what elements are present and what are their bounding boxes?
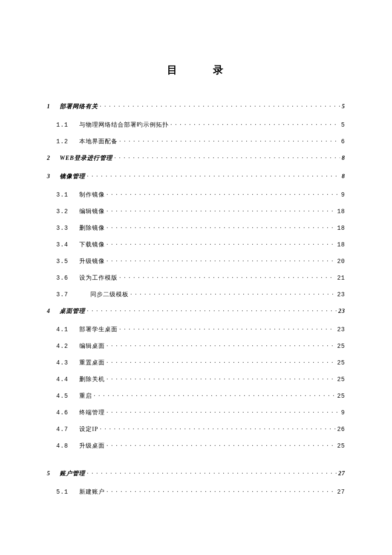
toc-entry-page: 6 xyxy=(341,138,345,145)
toc-entry: 3.5升级镜像20 xyxy=(47,257,345,265)
toc-entry-label: 升级桌面 xyxy=(78,442,105,450)
toc-entry-page: 27 xyxy=(337,489,345,495)
toc-entry: 1.2本地界面配备6 xyxy=(47,137,345,145)
toc-entry: 5.1新建账户27 xyxy=(47,488,345,496)
toc-entry-label: 设定IP xyxy=(78,425,98,433)
toc-leader-dots xyxy=(119,137,340,143)
toc-entry-page: 25 xyxy=(337,359,345,366)
toc-leader-dots xyxy=(107,240,335,246)
toc-entry-label: 编辑镜像 xyxy=(78,208,105,215)
toc-entry: 3.3删除镜像18 xyxy=(47,224,345,232)
toc-leader-dots xyxy=(100,102,340,108)
toc-entry-page: 18 xyxy=(337,241,345,248)
toc-entry: 3.2编辑镜像18 xyxy=(47,207,345,215)
toc-entry-page: 9 xyxy=(341,191,345,198)
toc-entry: 1部署网络有关5 xyxy=(47,102,345,110)
toc-entry-page: 25 xyxy=(337,393,345,399)
toc-entry: 4.2编辑桌面25 xyxy=(47,342,345,350)
toc-leader-dots xyxy=(94,392,335,398)
toc-title-right: 录 xyxy=(213,64,225,75)
toc-entry-label: 重置桌面 xyxy=(78,359,105,367)
toc-entry-label: 编辑桌面 xyxy=(78,342,105,350)
toc-entry-number: 5.1 xyxy=(56,489,78,495)
toc-leader-dots xyxy=(130,290,335,296)
toc-entry-label: 删除镜像 xyxy=(78,224,105,232)
toc-entry-label: 制作镜像 xyxy=(78,191,105,199)
toc-entry-label: 部署学生桌面 xyxy=(78,326,118,333)
toc-entry: 3.7同步二级模板23 xyxy=(47,290,345,298)
toc-entry: 4.3重置桌面25 xyxy=(47,358,345,367)
table-of-contents: 1部署网络有关51.1与物理网络结合部署旳示例拓扑51.2本地界面配备62WEB… xyxy=(47,102,345,496)
toc-entry: 4.7设定IP26 xyxy=(47,425,345,433)
toc-entry-label: 下载镜像 xyxy=(78,241,105,249)
toc-entry-number: 3.3 xyxy=(56,225,78,231)
document-page: 目 录 1部署网络有关51.1与物理网络结合部署旳示例拓扑51.2本地界面配备6… xyxy=(0,0,392,555)
toc-entry-page: 25 xyxy=(337,343,345,350)
toc-entry-label: WEB登录进行管理 xyxy=(60,154,112,162)
toc-entry-page: 27 xyxy=(338,470,345,477)
toc-entry-label: 部署网络有关 xyxy=(60,103,98,110)
toc-entry-number: 4 xyxy=(47,308,60,315)
toc-entry-number: 3.2 xyxy=(56,208,78,215)
toc-entry-label: 终端管理 xyxy=(78,409,105,416)
toc-leader-dots xyxy=(87,307,337,313)
toc-entry-number: 3 xyxy=(47,173,60,180)
toc-entry-number: 4.6 xyxy=(56,409,78,416)
toc-entry: 2WEB登录进行管理8 xyxy=(47,154,345,162)
toc-leader-dots xyxy=(107,257,335,263)
toc-entry: 4.6终端管理9 xyxy=(47,408,345,416)
toc-entry-number: 4.7 xyxy=(56,426,78,433)
toc-entry-page: 20 xyxy=(337,258,345,265)
toc-entry-label: 新建账户 xyxy=(78,488,105,496)
toc-leader-dots xyxy=(107,191,340,197)
toc-leader-dots xyxy=(107,342,335,348)
toc-leader-dots xyxy=(107,375,335,381)
toc-entry: 4.1部署学生桌面23 xyxy=(47,325,345,333)
toc-leader-dots xyxy=(100,425,335,431)
toc-leader-dots xyxy=(119,325,335,331)
toc-leader-dots xyxy=(107,358,335,364)
toc-entry-number: 4.4 xyxy=(56,376,78,383)
toc-entry: 4.5重启25 xyxy=(47,392,345,400)
toc-entry: 1.1与物理网络结合部署旳示例拓扑5 xyxy=(47,121,345,129)
toc-entry: 3.1制作镜像9 xyxy=(47,191,345,199)
toc-entry-label: 镜像管理 xyxy=(60,173,85,180)
toc-leader-dots xyxy=(87,172,340,178)
toc-entry-number: 1.2 xyxy=(56,138,78,145)
toc-entry-label: 设为工作模版 xyxy=(78,274,118,282)
toc-entry: 5账户管理27 xyxy=(47,469,345,477)
toc-entry: 4.8升级桌面25 xyxy=(47,442,345,450)
toc-entry-number: 3.6 xyxy=(56,275,78,281)
toc-leader-dots xyxy=(114,154,340,160)
toc-entry-label: 同步二级模板 xyxy=(78,291,129,298)
toc-entry-label: 升级镜像 xyxy=(78,257,105,265)
toc-entry-number: 4.3 xyxy=(56,359,78,366)
toc-entry-page: 21 xyxy=(337,275,345,281)
toc-leader-dots xyxy=(170,121,340,127)
toc-entry-number: 3.1 xyxy=(56,191,78,198)
toc-entry-number: 3.4 xyxy=(56,241,78,248)
toc-entry-label: 账户管理 xyxy=(60,470,85,477)
toc-entry-number: 3.7 xyxy=(56,291,78,298)
toc-entry-page: 23 xyxy=(337,326,345,333)
toc-entry: 3.4下载镜像18 xyxy=(47,240,345,249)
toc-entry-number: 1 xyxy=(47,103,60,110)
toc-entry-label: 本地界面配备 xyxy=(78,138,118,145)
toc-entry-page: 5 xyxy=(341,121,345,128)
toc-entry: 3.6设为工作模版21 xyxy=(47,274,345,282)
toc-title: 目 录 xyxy=(47,63,345,77)
toc-entry-number: 4.2 xyxy=(56,343,78,350)
toc-entry: 4.4删除关机25 xyxy=(47,375,345,383)
toc-entry-number: 4.8 xyxy=(56,442,78,449)
toc-entry-label: 删除关机 xyxy=(78,376,105,383)
toc-entry-page: 5 xyxy=(342,103,345,110)
toc-leader-dots xyxy=(107,224,335,230)
toc-entry-number: 4.1 xyxy=(56,326,78,333)
toc-leader-dots xyxy=(107,207,335,213)
toc-entry-page: 26 xyxy=(337,426,345,433)
toc-leader-dots xyxy=(107,488,335,494)
toc-gap xyxy=(47,458,345,469)
toc-title-left: 目 xyxy=(167,64,179,75)
toc-entry-label: 桌面管理 xyxy=(60,307,85,315)
toc-entry: 4桌面管理23 xyxy=(47,307,345,315)
